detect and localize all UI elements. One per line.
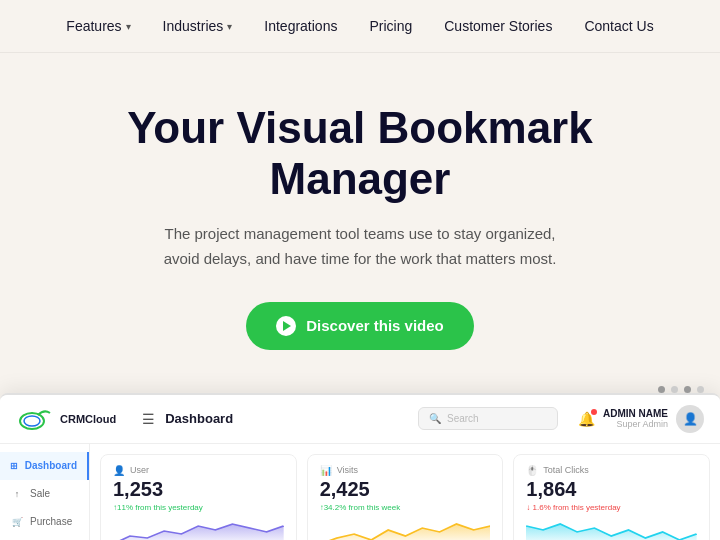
stat-card-visits: 📊 Visits 2,425 ↑34.2% from this week <box>307 454 504 540</box>
hero-title: Your Visual Bookmark Manager <box>80 103 640 204</box>
stat-value-visits: 2,425 <box>320 478 491 501</box>
avatar: 👤 <box>676 405 704 433</box>
nav-item-contact[interactable]: Contact Us <box>584 18 653 34</box>
play-triangle <box>283 321 291 331</box>
nav-item-features[interactable]: Features ▾ <box>66 18 130 34</box>
dot-1[interactable] <box>658 386 665 393</box>
dashboard-main: 👤 User 1,253 ↑11% from this yesterday <box>90 444 720 540</box>
nav-item-customer-stories[interactable]: Customer Stories <box>444 18 552 34</box>
clicks-icon: 🖱️ <box>526 465 538 476</box>
stat-value-clicks: 1,864 <box>526 478 697 501</box>
sale-icon: ↑ <box>10 487 24 501</box>
chevron-down-icon: ▾ <box>126 21 131 32</box>
mini-chart-visits <box>320 516 491 540</box>
stat-card-user: 👤 User 1,253 ↑11% from this yesterday <box>100 454 297 540</box>
nav-item-integrations[interactable]: Integrations <box>264 18 337 34</box>
stat-trend-visits: ↑34.2% from this week <box>320 503 491 512</box>
dashboard-title: Dashboard <box>165 411 408 426</box>
sidebar-item-sale[interactable]: ↑ Sale <box>0 480 89 508</box>
hero-section: Your Visual Bookmark Manager The project… <box>0 53 720 380</box>
dot-2[interactable] <box>671 386 678 393</box>
dashboard-header: CRMCloud ☰ Dashboard 🔍 Search 🔔 ADMIN NA… <box>0 395 720 444</box>
search-icon: 🔍 <box>429 413 441 424</box>
stat-trend-user: ↑11% from this yesterday <box>113 503 284 512</box>
dashboard-body: ⊞ Dashboard ↑ Sale 🛒 Purchase 👤 User <box>0 444 720 540</box>
hero-subtitle: The project management tool teams use to… <box>150 222 570 272</box>
stat-card-clicks: 🖱️ Total Clicks 1,864 ↓ 1.6% from this y… <box>513 454 710 540</box>
admin-section: 🔔 ADMIN NAME Super Admin 👤 <box>578 405 704 433</box>
logo-svg <box>16 407 56 431</box>
stat-trend-clicks: ↓ 1.6% from this yesterday <box>526 503 697 512</box>
discover-video-button[interactable]: Discover this video <box>246 302 474 350</box>
stats-row: 👤 User 1,253 ↑11% from this yesterday <box>100 454 710 540</box>
nav-item-pricing[interactable]: Pricing <box>369 18 412 34</box>
search-bar[interactable]: 🔍 Search <box>418 407 558 430</box>
sidebar-item-dashboard[interactable]: ⊞ Dashboard <box>0 452 89 480</box>
dashboard-preview: CRMCloud ☰ Dashboard 🔍 Search 🔔 ADMIN NA… <box>0 393 720 540</box>
menu-icon[interactable]: ☰ <box>142 411 155 427</box>
stat-value-user: 1,253 <box>113 478 284 501</box>
stat-header-clicks: 🖱️ Total Clicks <box>526 465 697 476</box>
sidebar-item-purchase[interactable]: 🛒 Purchase <box>0 508 89 536</box>
sidebar: ⊞ Dashboard ↑ Sale 🛒 Purchase <box>0 444 90 540</box>
purchase-icon: 🛒 <box>10 515 24 529</box>
mini-chart-clicks <box>526 516 697 540</box>
stat-header-visits: 📊 Visits <box>320 465 491 476</box>
nav-item-industries[interactable]: Industries ▾ <box>163 18 233 34</box>
mini-chart-user <box>113 516 284 540</box>
pagination-dots <box>0 380 720 393</box>
dashboard-icon: ⊞ <box>10 459 19 473</box>
play-icon <box>276 316 296 336</box>
bell-icon[interactable]: 🔔 <box>578 411 595 427</box>
dot-4[interactable] <box>697 386 704 393</box>
logo: CRMCloud <box>16 407 116 431</box>
chevron-down-icon: ▾ <box>227 21 232 32</box>
svg-point-1 <box>24 416 40 426</box>
visits-icon: 📊 <box>320 465 332 476</box>
stat-header-user: 👤 User <box>113 465 284 476</box>
admin-info: ADMIN NAME Super Admin <box>603 408 668 429</box>
notification-badge <box>591 409 597 415</box>
user-icon: 👤 <box>113 465 125 476</box>
dot-3[interactable] <box>684 386 691 393</box>
navigation: Features ▾ Industries ▾ Integrations Pri… <box>0 0 720 53</box>
